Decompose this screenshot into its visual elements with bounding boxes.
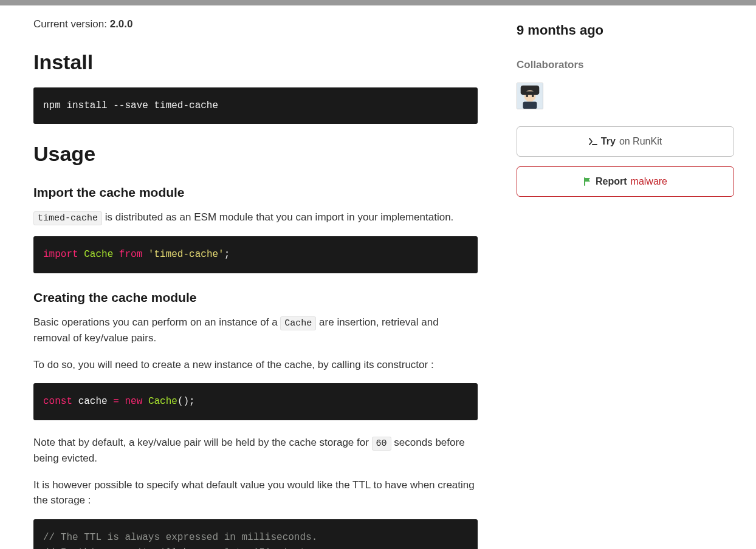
code-import[interactable]: import Cache from 'timed-cache';: [33, 236, 478, 273]
basic-ops-paragraph: Basic operations you can perform on an i…: [33, 315, 478, 346]
however-paragraph: It is however possible to specify what d…: [33, 477, 478, 508]
version-value: 2.0.0: [110, 18, 133, 30]
token-const: const: [43, 396, 72, 407]
collaborators-label: Collaborators: [517, 57, 734, 73]
note-pre: Note that by default, a key/value pair w…: [33, 437, 372, 448]
window-chrome-strip: [0, 0, 756, 5]
heading-usage: Usage: [33, 138, 478, 169]
avatar-image: [517, 83, 543, 109]
svg-point-4: [526, 95, 528, 97]
report-label-bold: Report: [596, 174, 627, 189]
code-install[interactable]: npm install --save timed-cache: [33, 87, 478, 124]
current-version-line: Current version: 2.0.0: [33, 16, 478, 32]
note-paragraph: Note that by default, a key/value pair w…: [33, 435, 478, 466]
inline-code-cache-class: Cache: [280, 316, 316, 330]
token-import: import: [43, 249, 78, 260]
last-publish-time: 9 months ago: [517, 20, 734, 40]
avatar[interactable]: [517, 83, 543, 109]
report-label-malware: malware: [631, 174, 667, 189]
svg-rect-6: [523, 101, 537, 108]
token-class-cache-2: Cache: [148, 396, 177, 407]
page-container: Current version: 2.0.0 Install npm insta…: [0, 5, 756, 549]
inline-code-timed-cache: timed-cache: [33, 211, 102, 225]
code-ttl[interactable]: // The TTL is always expressed in millis…: [33, 519, 478, 549]
inline-code-60: 60: [372, 437, 391, 451]
sidebar: 9 months ago Collaborators Try on RunKit: [517, 13, 734, 549]
todo-so-paragraph: To do so, you will need to create a new …: [33, 357, 478, 373]
token-class-cache: Cache: [84, 249, 113, 260]
token-var-cache: cache: [78, 396, 108, 407]
token-comment-1: // The TTL is always expressed in millis…: [43, 532, 317, 543]
svg-point-5: [532, 95, 534, 97]
token-semi: ;: [224, 249, 230, 260]
report-malware-button[interactable]: Report malware: [517, 166, 734, 197]
code-new-cache[interactable]: const cache = new Cache();: [33, 383, 478, 420]
version-label: Current version:: [33, 18, 110, 30]
try-label-bold: Try: [601, 134, 616, 149]
heading-install: Install: [33, 47, 478, 78]
prompt-icon: [589, 138, 597, 145]
token-from: from: [119, 249, 142, 260]
svg-rect-3: [524, 91, 535, 95]
token-assign: =: [113, 396, 119, 407]
try-label-rest: on RunKit: [619, 134, 662, 149]
token-string-module: 'timed-cache': [148, 249, 224, 260]
install-command-text: npm install --save timed-cache: [43, 100, 218, 111]
token-parens: ();: [177, 396, 195, 407]
import-paragraph-text: is distributed as an ESM module that you…: [102, 211, 453, 223]
readme-main: Current version: 2.0.0 Install npm insta…: [33, 13, 478, 549]
import-paragraph: timed-cache is distributed as an ESM mod…: [33, 210, 478, 226]
heading-import-module: Import the cache module: [33, 183, 478, 202]
token-new: new: [125, 396, 142, 407]
flag-icon: [583, 177, 592, 186]
basic-ops-pre: Basic operations you can perform on an i…: [33, 316, 280, 328]
heading-creating-module: Creating the cache module: [33, 288, 478, 307]
try-on-runkit-button[interactable]: Try on RunKit: [517, 126, 734, 157]
